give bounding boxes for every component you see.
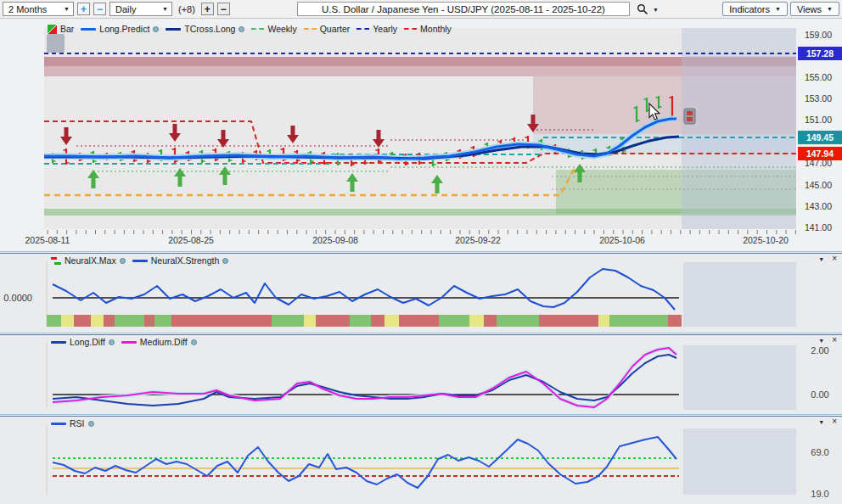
rsi-legend: RSI [51, 418, 94, 428]
rsi-chart[interactable]: 69.019.0 [0, 417, 842, 504]
yearly-price-badge: 157.28 [798, 47, 842, 60]
collapse-panel-icon[interactable]: ▼ [818, 338, 824, 344]
price-axis-label: 153.00 [805, 93, 832, 104]
legend-item-bar[interactable]: Bar [48, 24, 74, 34]
collapse-panel-icon[interactable]: ▼ [818, 256, 824, 262]
legend-label: Long.Diff [70, 337, 105, 347]
views-button[interactable]: Views ▼ [790, 2, 839, 16]
neuralx-panel: 0.0000 NeuralX.Max NeuralX.Strength ▼ × [0, 254, 842, 333]
rsi-panel: 69.019.0 RSI ▼ × [0, 417, 842, 504]
bar-legend-icon [48, 25, 57, 34]
line-swatch [51, 341, 66, 344]
chevron-down-icon: ▼ [162, 6, 168, 12]
price-axis-label: 145.00 [805, 180, 832, 190]
price-chart-panel: 2025-08-112025-08-252025-09-082025-09-22… [0, 19, 842, 251]
neuralx-max-icon [51, 257, 61, 265]
close-panel-icon[interactable]: × [832, 417, 837, 426]
legend-item-long-predict[interactable]: Long.Predict [81, 24, 159, 34]
search-icon[interactable] [637, 3, 648, 15]
legend-item-rsi[interactable]: RSI [51, 418, 94, 428]
bars-add-button[interactable]: + [201, 3, 214, 15]
close-panel-icon[interactable]: × [832, 336, 837, 344]
info-dot-icon[interactable] [88, 421, 94, 427]
legend-label: NeuralX.Strength [151, 255, 220, 266]
chevron-down-icon: ▼ [64, 6, 70, 12]
rsi-line [53, 437, 676, 488]
dash-swatch [356, 28, 369, 30]
legend-label: TCross.Long [184, 24, 235, 34]
price-chart-legend: Bar Long.Predict TCross.Long Weekly Quar… [48, 24, 452, 34]
info-dot-icon[interactable] [191, 339, 197, 345]
info-dot-icon[interactable] [120, 258, 126, 264]
trading-app: 2 Months ▼ + − Daily ▼ (+8) + − U.S. Dol… [0, 0, 842, 504]
x-axis-ticks [48, 230, 795, 234]
collapse-panel-icon[interactable]: ▼ [818, 419, 824, 425]
search-dropdown-icon[interactable]: ▼ [653, 7, 659, 13]
future-zone [683, 345, 796, 410]
price-axis-label: 141.00 [805, 222, 832, 232]
legend-item-neuralx-strength[interactable]: NeuralX.Strength [132, 255, 229, 266]
legend-label: Long.Predict [99, 24, 149, 34]
legend-item-neuralx-max[interactable]: NeuralX.Max [51, 255, 126, 266]
x-axis-label: 2025-09-08 [312, 235, 358, 245]
x-axis-label: 2025-10-06 [599, 235, 645, 245]
line-swatch [51, 423, 66, 425]
tcross-price-badge: 149.45 [798, 131, 842, 144]
legend-label: Quarter [320, 24, 351, 34]
toolbar-left-group: 2 Months ▼ + − Daily ▼ (+8) + − [3, 2, 230, 16]
views-button-label: Views [797, 4, 822, 14]
range-zoom-out-button[interactable]: − [93, 3, 106, 15]
legend-item-tcross-long[interactable]: TCross.Long [166, 24, 244, 34]
info-dot-icon[interactable] [153, 26, 159, 32]
legend-label: Medium.Diff [140, 337, 188, 347]
info-dot-icon[interactable] [109, 339, 115, 345]
diff-panel: 2.000.00 Long.Diff Medium.Diff ▼ × [0, 335, 842, 414]
search-group: ▼ [637, 3, 659, 15]
chevron-down-icon: ▼ [827, 6, 833, 12]
medium-diff-line [53, 348, 676, 407]
info-dot-icon[interactable] [239, 26, 244, 32]
panel-controls: ▼ × [818, 417, 837, 427]
legend-item-quarter[interactable]: Quarter [304, 24, 351, 34]
neuralx-max-strip [47, 315, 682, 327]
symbol-title-box[interactable]: U.S. Dollar / Japanese Yen - USD/JPY (20… [297, 2, 630, 16]
price-axis-label: 159.00 [805, 30, 832, 40]
legend-label: Bar [60, 24, 74, 34]
bars-remove-button[interactable]: − [217, 3, 230, 15]
drag-handle[interactable] [684, 109, 695, 124]
close-panel-icon[interactable]: × [832, 255, 837, 263]
range-select[interactable]: 2 Months ▼ [3, 2, 74, 16]
info-dot-icon[interactable] [222, 258, 228, 264]
diff-axis-label: 0.00 [811, 389, 828, 400]
future-zone [683, 262, 796, 327]
svg-text:147.94: 147.94 [806, 148, 834, 159]
line-swatch [166, 28, 181, 31]
indicators-button[interactable]: Indicators ▼ [722, 2, 788, 16]
toolbar-right-group: Indicators ▼ Views ▼ [722, 2, 839, 16]
bar-count-label: (+8) [178, 4, 195, 14]
neuralx-strength-line [53, 269, 675, 310]
neuralx-legend: NeuralX.Max NeuralX.Strength [51, 255, 228, 266]
diff-axis-label: 2.00 [811, 345, 828, 356]
rsi-axis-label: 19.0 [811, 489, 828, 499]
price-axis-label: 151.00 [805, 115, 832, 125]
legend-item-long-diff[interactable]: Long.Diff [51, 337, 115, 347]
line-swatch [121, 341, 137, 344]
indicators-button-label: Indicators [729, 4, 770, 14]
scroll-thumb[interactable] [47, 34, 65, 53]
legend-label: Yearly [373, 24, 397, 34]
legend-label: NeuralX.Max [65, 255, 116, 266]
legend-label: RSI [70, 418, 85, 428]
legend-item-weekly[interactable]: Weekly [251, 24, 296, 34]
legend-item-yearly[interactable]: Yearly [356, 24, 397, 34]
svg-text:149.45: 149.45 [806, 132, 834, 143]
x-axis-label: 2025-08-25 [168, 235, 214, 245]
range-select-value: 2 Months [8, 4, 47, 14]
legend-item-monthly[interactable]: Monthly [404, 24, 452, 34]
price-chart[interactable]: 2025-08-112025-08-252025-09-082025-09-22… [0, 19, 842, 251]
range-zoom-in-button[interactable]: + [77, 3, 90, 15]
legend-label: Monthly [420, 24, 452, 34]
period-select[interactable]: Daily ▼ [109, 2, 172, 16]
legend-item-medium-diff[interactable]: Medium.Diff [121, 337, 197, 347]
legend-label: Weekly [267, 24, 296, 34]
